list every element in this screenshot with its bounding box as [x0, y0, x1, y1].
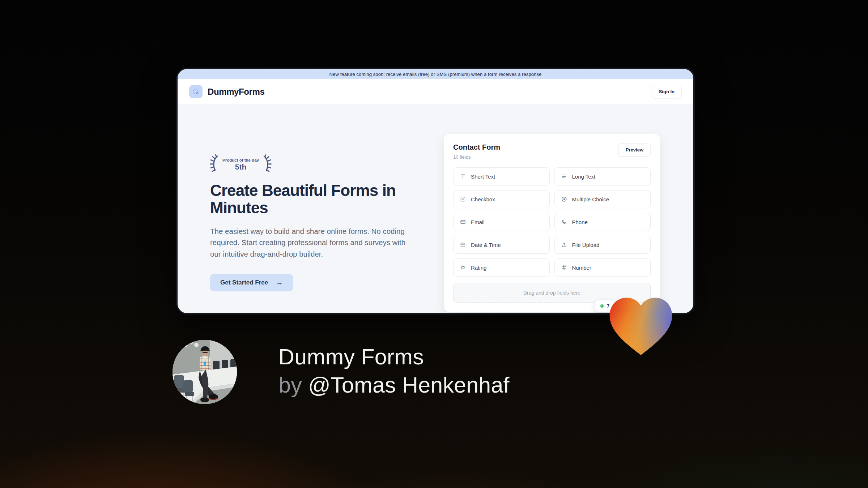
- field-multiple-choice[interactable]: Multiple Choice: [554, 190, 651, 208]
- field-date-time[interactable]: Date & Time: [453, 236, 550, 254]
- cta-label: Get Started Free: [220, 279, 268, 286]
- product-of-the-day-badge: Product of the day 5th: [209, 154, 264, 175]
- field-phone[interactable]: Phone: [554, 213, 651, 231]
- field-short-text[interactable]: Short Text: [453, 167, 550, 185]
- field-file-upload[interactable]: File Upload: [554, 236, 651, 254]
- field-number[interactable]: Number: [554, 258, 651, 277]
- preview-button[interactable]: Preview: [618, 143, 651, 157]
- calendar-icon: [460, 241, 466, 248]
- form-builder-card: Contact Form 10 fields Preview Short Tex…: [444, 134, 660, 312]
- laurel-left-icon: [209, 154, 219, 175]
- radio-icon: [561, 196, 567, 202]
- field-checkbox[interactable]: Checkbox: [453, 190, 550, 208]
- award-rank: 5th: [222, 163, 259, 171]
- checkbox-icon: [460, 196, 466, 202]
- star-icon: [460, 264, 466, 271]
- drop-zone-text: Drag and drop fields here: [523, 290, 580, 296]
- sign-in-button[interactable]: Sign In: [652, 85, 682, 98]
- caption-line2: by @Tomas Henkenhaf: [278, 371, 510, 399]
- get-started-button[interactable]: Get Started Free →: [210, 274, 293, 291]
- announcement-text: New feature coming soon: receive emails …: [329, 72, 542, 77]
- browser-window: New feature coming soon: receive emails …: [176, 68, 695, 314]
- field-grid: Short TextLong TextCheckboxMultiple Choi…: [453, 167, 651, 277]
- award-text: Product of the day 5th: [222, 158, 259, 171]
- field-count: 10 fields: [453, 154, 500, 160]
- dashed-select-cursor-icon: [189, 85, 203, 98]
- field-label: Number: [572, 265, 591, 271]
- laurel-right-icon: [263, 154, 272, 175]
- field-long-text[interactable]: Long Text: [554, 167, 651, 185]
- field-label: Long Text: [572, 174, 596, 180]
- caption-by: by: [278, 373, 302, 397]
- email-icon: [460, 219, 466, 225]
- field-label: Date & Time: [471, 242, 501, 248]
- card-header: Contact Form 10 fields Preview: [453, 143, 651, 160]
- short-text-icon: [460, 173, 466, 180]
- brand-logo[interactable]: DummyForms: [189, 85, 264, 98]
- hero-section: Product of the day 5th Create Beautiful …: [210, 154, 420, 291]
- field-label: Rating: [471, 265, 486, 271]
- field-rating[interactable]: Rating: [453, 258, 550, 277]
- long-text-icon: [561, 173, 567, 180]
- promo-canvas: New feature coming soon: receive emails …: [0, 0, 868, 488]
- field-label: Phone: [572, 219, 588, 225]
- phone-icon: [561, 219, 567, 225]
- field-label: File Upload: [572, 242, 600, 248]
- form-title: Contact Form: [453, 143, 500, 151]
- upload-icon: [561, 241, 567, 248]
- hash-icon: [561, 264, 567, 271]
- announcement-banner: New feature coming soon: receive emails …: [178, 69, 693, 79]
- field-label: Short Text: [471, 174, 495, 180]
- heart-gradient-icon: [606, 294, 676, 358]
- field-label: Email: [471, 219, 485, 225]
- green-status-dot-icon: [600, 304, 604, 308]
- caption: Dummy Forms by @Tomas Henkenhaf: [278, 343, 510, 399]
- page-title: Create Beautiful Forms in Minutes: [210, 182, 405, 217]
- caption-author: @Tomas Henkenhaf: [308, 373, 510, 397]
- caption-line1: Dummy Forms: [278, 343, 510, 371]
- field-email[interactable]: Email: [453, 213, 550, 231]
- field-label: Multiple Choice: [572, 196, 609, 202]
- maker-avatar: [173, 340, 237, 404]
- award-label: Product of the day: [222, 158, 259, 162]
- site-header: DummyForms Sign In: [178, 79, 693, 104]
- field-label: Checkbox: [471, 196, 495, 202]
- arrow-right-icon: →: [276, 279, 283, 287]
- brand-name: DummyForms: [208, 87, 264, 97]
- hero-description: The easiest way to build and share onlin…: [210, 226, 417, 260]
